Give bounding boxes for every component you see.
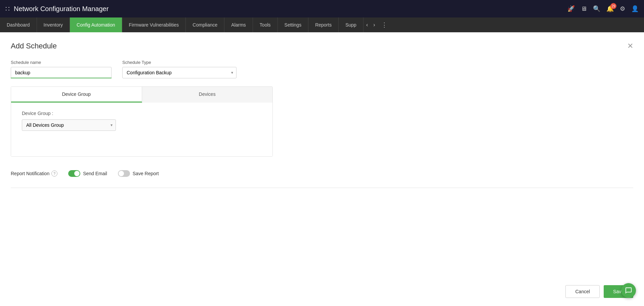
report-notification-text: Report Notification bbox=[11, 171, 49, 176]
device-group-select-wrapper: All Devices Group Group 1 Group 2 ▾ bbox=[22, 119, 116, 131]
tabs-panel: Device Group Devices Device Group : All … bbox=[11, 86, 273, 157]
send-email-label: Send Email bbox=[83, 171, 107, 176]
nav-item-settings[interactable]: Settings bbox=[278, 17, 309, 32]
tab-content-device-group: Device Group : All Devices Group Group 1… bbox=[11, 103, 272, 156]
page-title: Add Schedule bbox=[11, 42, 57, 50]
nav-bar: Dashboard Inventory Config Automation Fi… bbox=[0, 17, 644, 32]
schedule-name-wrapper bbox=[11, 67, 112, 78]
monitor-icon[interactable]: 🖥 bbox=[581, 5, 587, 12]
tab-devices[interactable]: Devices bbox=[142, 87, 273, 103]
schedule-name-label: Schedule name bbox=[11, 60, 112, 65]
header-icons: 🚀 🖥 🔍 🔔 29 ⚙ 👤 bbox=[567, 5, 639, 12]
schedule-type-group: Schedule Type Configuration Backup Devic… bbox=[122, 60, 237, 78]
bell-icon[interactable]: 🔔 29 bbox=[606, 5, 614, 12]
separator bbox=[11, 188, 633, 188]
grid-icon[interactable]: ∷ bbox=[5, 5, 10, 13]
nav-item-compliance[interactable]: Compliance bbox=[186, 17, 224, 32]
device-group-label: Device Group : bbox=[22, 111, 262, 116]
send-email-toggle-group: Send Email bbox=[68, 170, 107, 177]
nav-next-arrow[interactable]: › bbox=[371, 17, 378, 32]
app-title: Network Configuration Manager bbox=[14, 5, 567, 13]
close-icon[interactable]: ✕ bbox=[627, 42, 633, 50]
search-icon[interactable]: 🔍 bbox=[593, 5, 600, 12]
nav-item-firmware[interactable]: Firmware Vulnerabilities bbox=[122, 17, 186, 32]
page-header: Add Schedule ✕ bbox=[11, 42, 633, 50]
save-report-label: Save Report bbox=[133, 171, 159, 176]
nav-item-reports[interactable]: Reports bbox=[308, 17, 339, 32]
schedule-name-input[interactable] bbox=[11, 67, 112, 78]
nav-dots-menu[interactable]: ⋮ bbox=[378, 17, 391, 32]
schedule-type-select-wrapper: Configuration Backup Device Discovery Co… bbox=[122, 67, 237, 78]
main-content: Add Schedule ✕ Schedule name Schedule Ty… bbox=[0, 32, 644, 306]
nav-item-tools[interactable]: Tools bbox=[253, 17, 278, 32]
report-notification-section: Report Notification ? Send Email Save Re… bbox=[11, 167, 633, 177]
nav-item-inventory[interactable]: Inventory bbox=[37, 17, 70, 32]
schedule-name-group: Schedule name bbox=[11, 60, 112, 78]
cancel-button[interactable]: Cancel bbox=[565, 285, 600, 298]
tabs-header: Device Group Devices bbox=[11, 87, 272, 103]
nav-item-support[interactable]: Supp bbox=[339, 17, 363, 32]
form-row: Schedule name Schedule Type Configuratio… bbox=[11, 60, 633, 78]
notification-badge: 29 bbox=[610, 3, 616, 9]
rocket-icon[interactable]: 🚀 bbox=[567, 5, 575, 12]
schedule-type-label: Schedule Type bbox=[122, 60, 237, 65]
chat-fab[interactable] bbox=[621, 283, 636, 298]
save-report-toggle[interactable] bbox=[118, 170, 130, 177]
gear-icon[interactable]: ⚙ bbox=[620, 5, 625, 12]
help-icon[interactable]: ? bbox=[51, 170, 57, 177]
send-email-toggle[interactable] bbox=[68, 170, 80, 177]
nav-item-config-automation[interactable]: Config Automation bbox=[70, 17, 122, 32]
save-report-toggle-group: Save Report bbox=[118, 170, 159, 177]
report-notification-label: Report Notification ? bbox=[11, 170, 57, 177]
device-group-select[interactable]: All Devices Group Group 1 Group 2 bbox=[22, 119, 116, 131]
user-icon[interactable]: 👤 bbox=[631, 5, 639, 12]
nav-prev-arrow[interactable]: ‹ bbox=[363, 17, 371, 32]
schedule-type-select[interactable]: Configuration Backup Device Discovery Co… bbox=[122, 67, 237, 78]
top-header: ∷ Network Configuration Manager 🚀 🖥 🔍 🔔 … bbox=[0, 0, 644, 17]
nav-item-dashboard[interactable]: Dashboard bbox=[0, 17, 37, 32]
tab-device-group[interactable]: Device Group bbox=[11, 87, 142, 103]
nav-item-alarms[interactable]: Alarms bbox=[224, 17, 253, 32]
